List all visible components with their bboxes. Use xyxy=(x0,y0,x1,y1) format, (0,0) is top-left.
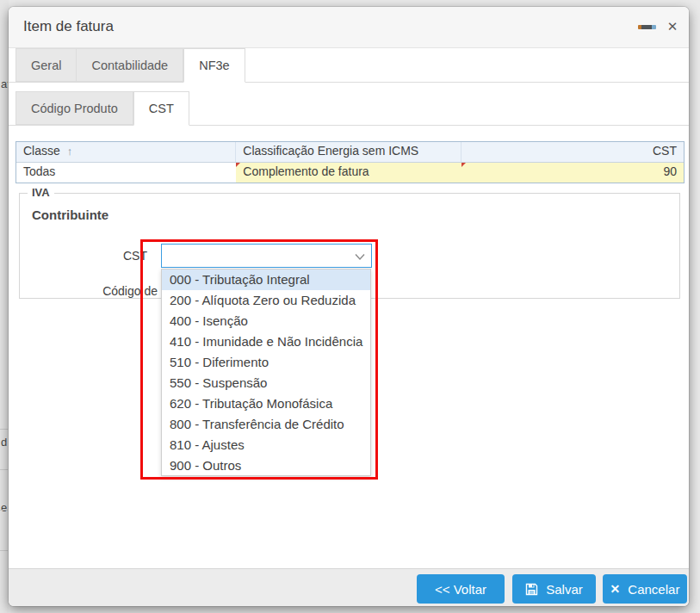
close-icon[interactable]: ✕ xyxy=(663,17,682,36)
background-divider xyxy=(0,510,9,511)
main-tabbar: Geral Contabilidade NF3e xyxy=(9,48,689,83)
voltar-button[interactable]: << Voltar xyxy=(417,574,505,604)
dialog-title: Item de fatura xyxy=(23,18,114,35)
cell-cst-edited[interactable]: 90 xyxy=(462,163,684,183)
dialog-footer: << Voltar Salvar ✕ Cancelar xyxy=(9,568,689,606)
background-divider xyxy=(0,429,9,430)
background-divider xyxy=(0,469,9,470)
dropdown-option[interactable]: 000 - Tributação Integral xyxy=(162,269,370,290)
tab-cst[interactable]: CST xyxy=(133,91,189,126)
cst-dropdown-list: 000 - Tributação Integral 200 - Alíquota… xyxy=(161,269,371,476)
button-label: Salvar xyxy=(546,582,583,597)
tab-contabilidade[interactable]: Contabilidade xyxy=(77,48,183,82)
sort-asc-icon: ↑ xyxy=(67,145,73,158)
dropdown-option[interactable]: 550 - Suspensão xyxy=(162,373,370,393)
column-header-cst[interactable]: CST xyxy=(462,142,684,162)
button-label: << Voltar xyxy=(435,582,486,597)
cst-combo-input[interactable] xyxy=(167,248,339,263)
dropdown-option[interactable]: 400 - Isenção xyxy=(162,311,370,331)
background-text-fragment: e xyxy=(1,501,7,514)
tab-geral[interactable]: Geral xyxy=(15,48,77,82)
cst-combobox[interactable] xyxy=(161,244,372,268)
background-text-fragment: d xyxy=(1,436,7,449)
salvar-button[interactable]: Salvar xyxy=(512,574,596,604)
fieldset-legend: IVA xyxy=(28,186,54,199)
cancel-x-icon: ✕ xyxy=(610,582,621,596)
background-window-sliver: af d e xyxy=(0,0,9,613)
dropdown-option[interactable]: 510 - Diferimento xyxy=(162,352,370,373)
dropdown-option[interactable]: 800 - Transferência de Crédito xyxy=(162,414,370,435)
column-label: Classe xyxy=(23,144,60,158)
background-divider xyxy=(0,550,9,551)
dialog-titlebar: Item de fatura ✕ xyxy=(9,7,689,48)
cell-classe[interactable]: Todas xyxy=(16,163,236,183)
tab-label: Código Produto xyxy=(31,102,118,115)
tab-label: CST xyxy=(149,102,174,115)
save-icon xyxy=(525,583,538,596)
button-label: Cancelar xyxy=(628,582,679,597)
tab-nf3e[interactable]: NF3e xyxy=(183,48,245,83)
cell-classificacao-edited[interactable]: Complemento de fatura xyxy=(236,163,461,183)
column-header-classe[interactable]: Classe ↑ xyxy=(16,142,236,162)
dropdown-option[interactable]: 200 - Alíquota Zero ou Reduzida xyxy=(162,290,370,311)
chevron-down-icon[interactable] xyxy=(354,251,366,263)
column-header-classificacao[interactable]: Classificação Energia sem ICMS xyxy=(236,142,461,162)
dropdown-option[interactable]: 900 - Outros xyxy=(162,455,370,476)
dropdown-option[interactable]: 810 - Ajustes xyxy=(162,435,370,455)
tab-label: Contabilidade xyxy=(91,59,168,72)
dropdown-option[interactable]: 620 - Tributação Monofásica xyxy=(162,393,370,414)
contribuinte-heading: Contribuinte xyxy=(32,207,108,222)
tab-codigo-produto[interactable]: Código Produto xyxy=(15,91,133,125)
minimize-icon[interactable] xyxy=(638,25,656,29)
table-row: Todas Complemento de fatura 90 xyxy=(16,163,684,183)
codigo-de-field-label: Código de xyxy=(63,284,158,298)
cancelar-button[interactable]: ✕ Cancelar xyxy=(603,574,687,604)
sub-tabbar: Código Produto CST xyxy=(9,91,689,126)
dropdown-option[interactable]: 410 - Imunidade e Não Incidência xyxy=(162,331,370,352)
cst-field-label: CST xyxy=(53,249,147,263)
item-de-fatura-dialog: Item de fatura ✕ Geral Contabilidade NF3… xyxy=(9,7,689,606)
tab-label: NF3e xyxy=(199,59,229,72)
background-text-fragment: af xyxy=(1,77,9,90)
classe-grid: Classe ↑ Classificação Energia sem ICMS … xyxy=(15,141,685,183)
grid-header: Classe ↑ Classificação Energia sem ICMS … xyxy=(16,142,684,163)
tab-label: Geral xyxy=(31,59,61,72)
